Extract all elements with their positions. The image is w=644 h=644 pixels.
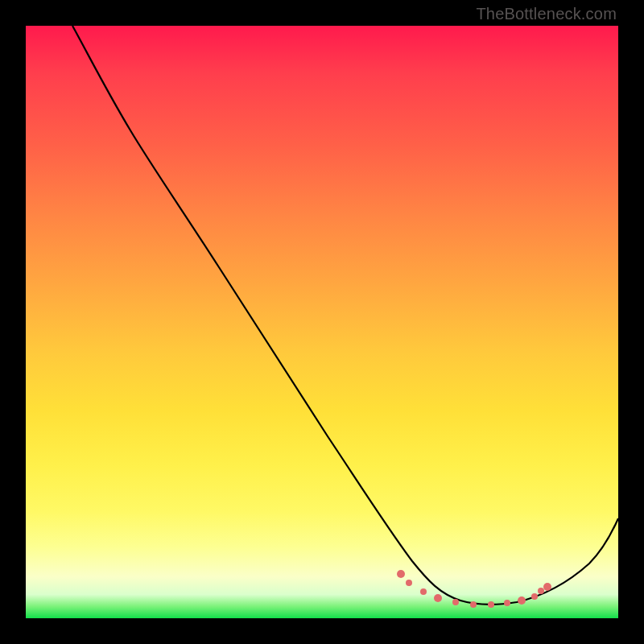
marker-dot bbox=[488, 601, 494, 608]
marker-dot bbox=[538, 588, 544, 594]
marker-dot bbox=[504, 600, 510, 606]
marker-dot bbox=[452, 599, 459, 605]
marker-dot bbox=[518, 597, 526, 605]
chart-frame: TheBottleneck.com bbox=[0, 0, 644, 644]
marker-dot bbox=[434, 594, 442, 602]
marker-dot bbox=[543, 583, 551, 591]
marker-dot bbox=[470, 601, 477, 608]
curve-layer bbox=[26, 26, 618, 618]
marker-dot bbox=[397, 570, 405, 578]
marker-group bbox=[397, 570, 551, 608]
marker-dot bbox=[420, 588, 427, 595]
watermark-text: TheBottleneck.com bbox=[476, 5, 617, 23]
marker-dot bbox=[531, 593, 538, 600]
marker-dot bbox=[406, 580, 412, 586]
bottleneck-curve bbox=[72, 26, 618, 605]
plot-area bbox=[26, 26, 618, 618]
